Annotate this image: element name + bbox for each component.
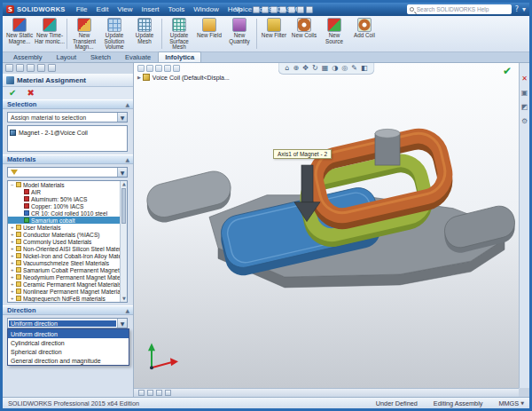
scroll-up-icon[interactable]: ▲: [121, 181, 128, 187]
menu-item[interactable]: Window: [190, 4, 222, 14]
material-tree-item[interactable]: Non-Oriented AISI Silicon Steel Material…: [8, 245, 120, 252]
material-tree-item[interactable]: AIR: [8, 188, 120, 195]
options-icon[interactable]: [306, 6, 313, 13]
edit-appearance-icon[interactable]: ✎: [351, 65, 357, 72]
command-tab[interactable]: Layout: [50, 51, 84, 62]
materials-section-header[interactable]: Materials ▲: [3, 154, 133, 164]
ribbon-button[interactable]: New Transient Magn...: [69, 16, 99, 51]
property-manager-tab-icon[interactable]: [146, 65, 153, 72]
menu-item[interactable]: Tools: [165, 4, 189, 14]
zoom-to-fit-icon[interactable]: ⌂: [286, 65, 290, 72]
confirmation-corner-ok-icon[interactable]: ✔: [503, 65, 512, 77]
command-tab[interactable]: Sketch: [83, 51, 118, 62]
material-tree-item[interactable]: Magnequench NdFeB materials: [8, 295, 120, 302]
dropdown-option[interactable]: Spherical direction: [8, 347, 129, 356]
help-icon[interactable]: ?: [515, 5, 519, 13]
direction-section-header[interactable]: Direction ▲: [3, 305, 133, 315]
display-style-icon[interactable]: ◑: [332, 65, 338, 72]
material-tree-item[interactable]: Ceramic Permanent Magnet Materials: [8, 281, 120, 288]
selection-section-header[interactable]: Selection ▲: [3, 99, 133, 109]
expand-toolbar-icon[interactable]: ▾: [522, 5, 526, 13]
command-tab[interactable]: Assembly: [6, 51, 50, 62]
motion-study-tab-icon[interactable]: [147, 390, 153, 396]
expander-icon[interactable]: ▶: [137, 75, 141, 80]
display-manager-tab-icon[interactable]: [173, 65, 180, 72]
material-tree-item[interactable]: Neodymium Permanent Magnet Materials: [8, 273, 120, 281]
property-manager-tab-icon[interactable]: [16, 64, 24, 72]
dropdown-option[interactable]: Cylindrical direction: [8, 338, 129, 347]
material-tree-item[interactable]: Samarium cobalt: [8, 217, 120, 224]
direction-combobox[interactable]: Uniform direction ▼: [7, 318, 128, 328]
dimxpert-manager-tab-icon[interactable]: [164, 65, 171, 72]
material-tree-item[interactable]: Nickel-Iron and Cobalt-Iron Alloy Materi…: [8, 252, 120, 259]
assembly-tree-root[interactable]: ▶ Voice Coil (Default<Displa...: [137, 74, 230, 81]
configuration-manager-tab-icon[interactable]: [155, 65, 162, 72]
scrollbar-thumb[interactable]: [121, 188, 126, 224]
ribbon-button[interactable]: New Quantity: [224, 16, 254, 51]
rebuild-icon[interactable]: [297, 6, 304, 13]
material-tree-item[interactable]: Conductor Materials (%IACS): [8, 231, 120, 238]
cancel-button[interactable]: ✖: [27, 89, 34, 98]
hide-show-items-icon[interactable]: ◎: [341, 65, 348, 72]
ribbon-button[interactable]: Update Solution Volume: [99, 16, 129, 51]
appearances-pane-icon[interactable]: ◩: [521, 104, 528, 111]
zoom-area-icon[interactable]: ⊕: [293, 65, 300, 72]
dropdown-option[interactable]: Uniform direction: [8, 329, 129, 338]
task-pane-icon[interactable]: ▣: [521, 90, 528, 97]
simulation-tab-icon[interactable]: [165, 390, 171, 396]
material-tree-item[interactable]: Vacuumschmelze Steel Materials: [8, 259, 120, 266]
3d-views-tab-icon[interactable]: [156, 390, 162, 396]
feature-manager-tab-icon[interactable]: [5, 64, 13, 72]
menu-item[interactable]: View: [113, 4, 136, 14]
chevron-down-icon[interactable]: ▼: [117, 168, 127, 177]
material-tree-item[interactable]: User Materials: [8, 224, 120, 231]
view-orientation-icon[interactable]: ▦: [322, 65, 329, 72]
ok-button[interactable]: ✔: [9, 89, 16, 98]
ribbon-button[interactable]: Update Surface Mesh: [164, 16, 194, 51]
menu-item[interactable]: File: [73, 4, 91, 14]
ribbon-button[interactable]: New Source: [319, 16, 349, 51]
configuration-manager-tab-icon[interactable]: [27, 64, 35, 72]
menu-item[interactable]: Insert: [138, 4, 163, 14]
material-tree-item[interactable]: Commonly Used Materials: [8, 238, 120, 245]
ribbon-button[interactable]: Update Mesh: [129, 16, 160, 51]
ribbon-button[interactable]: New Time-Har monic...: [35, 16, 65, 51]
display-manager-tab-icon[interactable]: [48, 64, 56, 72]
close-pane-icon[interactable]: ✕: [521, 75, 528, 83]
selection-list[interactable]: Magnet - 2-1@Voice Coil: [7, 125, 128, 152]
material-tree-item[interactable]: Nonlinear Permanent Magnet Materials: [8, 288, 120, 295]
assembly-3d-model[interactable]: [134, 63, 519, 388]
units-selector[interactable]: MMGS ▼: [498, 399, 524, 407]
material-tree-item[interactable]: Model Materials: [8, 181, 120, 188]
material-tree-item[interactable]: Copper: 100% IACS: [8, 202, 120, 209]
material-tree-item[interactable]: Samarium Cobalt Permanent Magnet Materia…: [8, 266, 120, 273]
material-tree-item[interactable]: Aluminum: 50% IACS: [8, 195, 120, 202]
custom-properties-icon[interactable]: ⚙: [521, 118, 528, 125]
help-search-box[interactable]: [407, 4, 512, 14]
material-tree-item[interactable]: CR 10: Cold rolled 1010 steel: [8, 209, 120, 217]
command-tab[interactable]: Infolytica: [158, 51, 201, 62]
dropdown-option[interactable]: General direction and magnitude: [8, 356, 129, 365]
selection-list-item[interactable]: Magnet - 2-1@Voice Coil: [10, 128, 125, 137]
model-tab-icon[interactable]: [138, 390, 145, 396]
dimxpert-manager-tab-icon[interactable]: [37, 64, 45, 72]
feature-manager-tab-icon[interactable]: [137, 65, 145, 72]
search-input[interactable]: [417, 6, 509, 12]
ribbon-button[interactable]: New Field: [194, 16, 224, 51]
ribbon-button[interactable]: New Coils: [289, 16, 319, 51]
assign-material-combo[interactable]: Assign material to selection ▼: [7, 112, 128, 123]
ribbon-button[interactable]: New Filter: [259, 16, 289, 51]
pan-icon[interactable]: ✥: [302, 65, 309, 72]
tree-scrollbar[interactable]: ▲ ▼: [120, 181, 127, 302]
scroll-down-icon[interactable]: ▼: [121, 296, 128, 302]
rotate-view-icon[interactable]: ↻: [312, 65, 318, 72]
graphics-viewport[interactable]: ⌂⊕✥↻▦◑◎✎◧ ▶ Voice Coil (Default<Displa..…: [134, 63, 519, 388]
menu-item[interactable]: Edit: [93, 4, 113, 14]
ribbon-button[interactable]: New Static Magne...: [4, 16, 35, 51]
chevron-down-icon[interactable]: ▼: [117, 113, 127, 122]
chevron-down-icon[interactable]: ▼: [117, 319, 127, 328]
command-tab[interactable]: Evaluate: [118, 51, 158, 62]
material-filter-box[interactable]: ▼: [7, 167, 128, 178]
section-view-icon[interactable]: ◧: [361, 65, 368, 72]
ribbon-button[interactable]: Add Coil: [349, 16, 379, 51]
